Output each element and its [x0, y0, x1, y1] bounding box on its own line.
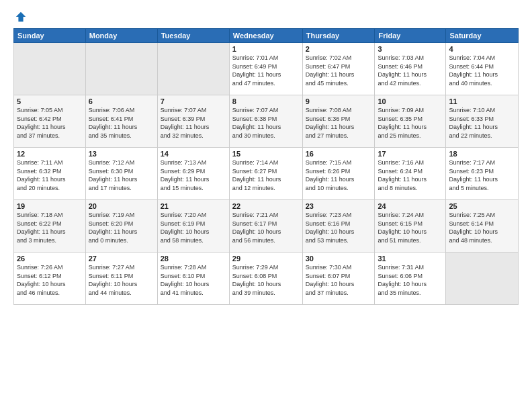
calendar-cell: 4Sunrise: 7:04 AM Sunset: 6:44 PM Daylig… [446, 43, 519, 95]
day-info: Sunrise: 7:07 AM Sunset: 6:39 PM Dayligh… [161, 106, 226, 140]
week-row-5: 26Sunrise: 7:26 AM Sunset: 6:12 PM Dayli… [14, 253, 519, 305]
day-number: 8 [232, 97, 300, 105]
day-info: Sunrise: 7:17 AM Sunset: 6:23 PM Dayligh… [449, 158, 515, 192]
day-number: 19 [17, 202, 83, 210]
day-number: 1 [232, 45, 300, 53]
day-info: Sunrise: 7:07 AM Sunset: 6:38 PM Dayligh… [232, 106, 300, 140]
day-info: Sunrise: 7:12 AM Sunset: 6:30 PM Dayligh… [89, 158, 154, 192]
week-row-4: 19Sunrise: 7:18 AM Sunset: 6:22 PM Dayli… [14, 200, 519, 253]
calendar-cell: 31Sunrise: 7:31 AM Sunset: 6:06 PM Dayli… [375, 253, 446, 305]
day-number: 22 [232, 202, 300, 210]
calendar-cell: 29Sunrise: 7:29 AM Sunset: 6:08 PM Dayli… [229, 253, 302, 305]
day-number: 26 [17, 255, 83, 263]
day-info: Sunrise: 7:10 AM Sunset: 6:33 PM Dayligh… [449, 106, 515, 140]
day-info: Sunrise: 7:02 AM Sunset: 6:47 PM Dayligh… [306, 54, 372, 87]
calendar-cell: 5Sunrise: 7:05 AM Sunset: 6:42 PM Daylig… [14, 95, 86, 148]
day-number: 30 [306, 255, 372, 263]
calendar-cell: 15Sunrise: 7:14 AM Sunset: 6:27 PM Dayli… [229, 148, 302, 200]
svg-marker-0 [16, 12, 26, 21]
day-info: Sunrise: 7:05 AM Sunset: 6:42 PM Dayligh… [17, 106, 83, 140]
calendar-table: SundayMondayTuesdayWednesdayThursdayFrid… [13, 28, 519, 305]
day-info: Sunrise: 7:21 AM Sunset: 6:17 PM Dayligh… [232, 211, 300, 244]
week-row-2: 5Sunrise: 7:05 AM Sunset: 6:42 PM Daylig… [14, 95, 519, 148]
calendar-cell: 12Sunrise: 7:11 AM Sunset: 6:32 PM Dayli… [14, 148, 86, 200]
day-info: Sunrise: 7:30 AM Sunset: 6:07 PM Dayligh… [306, 263, 372, 297]
weekday-header-monday: Monday [85, 29, 157, 43]
calendar-cell: 23Sunrise: 7:23 AM Sunset: 6:16 PM Dayli… [302, 200, 375, 253]
weekday-header-saturday: Saturday [446, 29, 519, 43]
weekday-header-sunday: Sunday [14, 29, 86, 43]
calendar-cell: 3Sunrise: 7:03 AM Sunset: 6:46 PM Daylig… [375, 43, 446, 95]
day-info: Sunrise: 7:25 AM Sunset: 6:14 PM Dayligh… [449, 211, 515, 244]
day-info: Sunrise: 7:04 AM Sunset: 6:44 PM Dayligh… [449, 54, 515, 87]
weekday-header-wednesday: Wednesday [229, 29, 302, 43]
calendar-cell: 7Sunrise: 7:07 AM Sunset: 6:39 PM Daylig… [157, 95, 229, 148]
day-info: Sunrise: 7:14 AM Sunset: 6:27 PM Dayligh… [232, 158, 300, 192]
day-number: 18 [449, 150, 515, 158]
header [13, 11, 519, 23]
calendar-cell: 8Sunrise: 7:07 AM Sunset: 6:38 PM Daylig… [229, 95, 302, 148]
day-number: 13 [89, 150, 154, 158]
day-number: 25 [449, 202, 515, 210]
day-number: 4 [449, 45, 515, 53]
day-info: Sunrise: 7:27 AM Sunset: 6:11 PM Dayligh… [89, 263, 154, 297]
day-info: Sunrise: 7:16 AM Sunset: 6:24 PM Dayligh… [378, 158, 443, 192]
day-info: Sunrise: 7:13 AM Sunset: 6:29 PM Dayligh… [161, 158, 226, 192]
day-number: 2 [306, 45, 372, 53]
day-info: Sunrise: 7:28 AM Sunset: 6:10 PM Dayligh… [161, 263, 226, 297]
day-number: 20 [89, 202, 154, 210]
calendar-cell: 30Sunrise: 7:30 AM Sunset: 6:07 PM Dayli… [302, 253, 375, 305]
day-number: 14 [161, 150, 226, 158]
day-info: Sunrise: 7:15 AM Sunset: 6:26 PM Dayligh… [306, 158, 372, 192]
calendar-cell: 25Sunrise: 7:25 AM Sunset: 6:14 PM Dayli… [446, 200, 519, 253]
week-row-1: 1Sunrise: 7:01 AM Sunset: 6:49 PM Daylig… [14, 43, 519, 95]
day-info: Sunrise: 7:24 AM Sunset: 6:15 PM Dayligh… [378, 211, 443, 244]
calendar-cell: 10Sunrise: 7:09 AM Sunset: 6:35 PM Dayli… [375, 95, 446, 148]
calendar-cell: 20Sunrise: 7:19 AM Sunset: 6:20 PM Dayli… [85, 200, 157, 253]
calendar-cell: 19Sunrise: 7:18 AM Sunset: 6:22 PM Dayli… [14, 200, 86, 253]
day-number: 6 [89, 97, 154, 105]
day-info: Sunrise: 7:29 AM Sunset: 6:08 PM Dayligh… [232, 263, 300, 297]
calendar-cell: 9Sunrise: 7:08 AM Sunset: 6:36 PM Daylig… [302, 95, 375, 148]
day-info: Sunrise: 7:01 AM Sunset: 6:49 PM Dayligh… [232, 54, 300, 87]
calendar-cell [157, 43, 229, 95]
calendar-cell: 2Sunrise: 7:02 AM Sunset: 6:47 PM Daylig… [302, 43, 375, 95]
calendar-cell: 21Sunrise: 7:20 AM Sunset: 6:19 PM Dayli… [157, 200, 229, 253]
day-number: 17 [378, 150, 443, 158]
day-number: 27 [89, 255, 154, 263]
day-number: 10 [378, 97, 443, 105]
day-info: Sunrise: 7:03 AM Sunset: 6:46 PM Dayligh… [378, 54, 443, 87]
day-info: Sunrise: 7:08 AM Sunset: 6:36 PM Dayligh… [306, 106, 372, 140]
calendar-cell: 17Sunrise: 7:16 AM Sunset: 6:24 PM Dayli… [375, 148, 446, 200]
day-number: 3 [378, 45, 443, 53]
calendar-cell [446, 253, 519, 305]
calendar-cell: 28Sunrise: 7:28 AM Sunset: 6:10 PM Dayli… [157, 253, 229, 305]
calendar-cell: 22Sunrise: 7:21 AM Sunset: 6:17 PM Dayli… [229, 200, 302, 253]
weekday-header-row: SundayMondayTuesdayWednesdayThursdayFrid… [14, 29, 519, 43]
day-info: Sunrise: 7:26 AM Sunset: 6:12 PM Dayligh… [17, 263, 83, 297]
day-info: Sunrise: 7:06 AM Sunset: 6:41 PM Dayligh… [89, 106, 154, 140]
day-number: 24 [378, 202, 443, 210]
day-info: Sunrise: 7:18 AM Sunset: 6:22 PM Dayligh… [17, 211, 83, 244]
logo-icon [15, 11, 27, 23]
calendar-cell: 6Sunrise: 7:06 AM Sunset: 6:41 PM Daylig… [85, 95, 157, 148]
calendar-cell: 13Sunrise: 7:12 AM Sunset: 6:30 PM Dayli… [85, 148, 157, 200]
calendar-cell: 16Sunrise: 7:15 AM Sunset: 6:26 PM Dayli… [302, 148, 375, 200]
calendar-cell: 14Sunrise: 7:13 AM Sunset: 6:29 PM Dayli… [157, 148, 229, 200]
day-number: 28 [161, 255, 226, 263]
day-number: 12 [17, 150, 83, 158]
calendar-cell [85, 43, 157, 95]
calendar-cell: 26Sunrise: 7:26 AM Sunset: 6:12 PM Dayli… [14, 253, 86, 305]
day-number: 9 [306, 97, 372, 105]
day-info: Sunrise: 7:23 AM Sunset: 6:16 PM Dayligh… [306, 211, 372, 244]
weekday-header-tuesday: Tuesday [157, 29, 229, 43]
calendar-cell [14, 43, 86, 95]
day-number: 23 [306, 202, 372, 210]
day-number: 29 [232, 255, 300, 263]
page: SundayMondayTuesdayWednesdayThursdayFrid… [0, 0, 532, 411]
calendar-cell: 24Sunrise: 7:24 AM Sunset: 6:15 PM Dayli… [375, 200, 446, 253]
day-info: Sunrise: 7:09 AM Sunset: 6:35 PM Dayligh… [378, 106, 443, 140]
day-info: Sunrise: 7:20 AM Sunset: 6:19 PM Dayligh… [161, 211, 226, 244]
week-row-3: 12Sunrise: 7:11 AM Sunset: 6:32 PM Dayli… [14, 148, 519, 200]
day-number: 16 [306, 150, 372, 158]
